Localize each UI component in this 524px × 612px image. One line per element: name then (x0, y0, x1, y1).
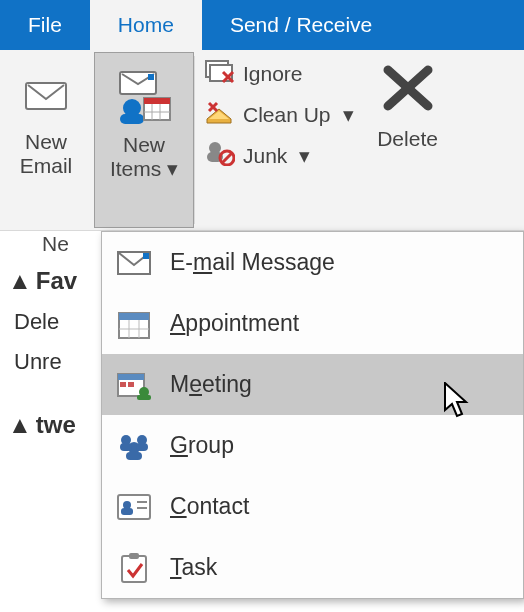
menu-item-meeting[interactable]: Meeting (102, 354, 523, 415)
svg-rect-32 (118, 374, 144, 380)
new-email-icon (22, 60, 70, 130)
tab-home[interactable]: Home (90, 0, 202, 50)
tab-file[interactable]: File (0, 0, 90, 50)
svg-line-21 (222, 153, 232, 163)
svg-rect-25 (143, 253, 149, 259)
svg-rect-36 (137, 395, 151, 400)
delete-actions-group: Ignore Clean Up ▾ Junk ▾ (195, 50, 364, 230)
ribbon-tabs: File Home Send / Receive (0, 0, 524, 50)
menu-label: Group (170, 432, 234, 459)
menu-label: Contact (170, 493, 249, 520)
account-header[interactable]: ▲ twe (8, 411, 97, 439)
cleanup-button[interactable]: Clean Up ▾ (199, 97, 360, 132)
svg-rect-6 (144, 98, 170, 104)
menu-label: Meeting (170, 371, 252, 398)
svg-rect-40 (120, 443, 132, 451)
new-email-button[interactable]: New Email (0, 50, 92, 230)
svg-rect-27 (119, 313, 149, 320)
svg-rect-49 (129, 553, 139, 559)
favorites-header[interactable]: ▲ Fav (8, 267, 97, 295)
ignore-label: Ignore (243, 62, 303, 86)
dropdown-caret-icon: ▾ (299, 144, 310, 168)
menu-label: Task (170, 554, 217, 581)
task-icon (116, 550, 152, 586)
group-icon (116, 428, 152, 464)
svg-rect-41 (136, 443, 148, 451)
folder-nav: ▲ Fav Dele Unre ▲ twe (0, 231, 105, 445)
new-items-dropdown: E-mail Message Appointment Meeting Group… (101, 231, 524, 599)
svg-rect-42 (126, 452, 142, 460)
menu-label: E-mail Message (170, 249, 335, 276)
cleanup-label: Clean Up (243, 103, 331, 127)
menu-item-email-message[interactable]: E-mail Message (102, 232, 523, 293)
new-items-icon (114, 63, 174, 133)
tab-send-receive[interactable]: Send / Receive (202, 0, 400, 50)
new-items-button[interactable]: New Items ▾ (94, 52, 194, 228)
svg-rect-33 (120, 382, 126, 387)
dropdown-caret-icon: ▾ (343, 103, 354, 127)
contact-icon (116, 489, 152, 525)
ignore-button[interactable]: Ignore (199, 56, 360, 91)
svg-point-44 (123, 501, 131, 509)
new-items-label-2: Items ▾ (110, 157, 178, 181)
ribbon: New Email New Items ▾ Ignore Clean Up ▾ … (0, 50, 524, 231)
delete-label: Delete (377, 127, 438, 151)
appointment-icon (116, 306, 152, 342)
dropdown-caret-icon: ▾ (167, 157, 178, 180)
ignore-icon (205, 58, 235, 89)
svg-rect-2 (148, 74, 154, 80)
svg-rect-4 (120, 114, 144, 124)
nav-item-unread[interactable]: Unre (14, 349, 95, 375)
junk-label: Junk (243, 144, 287, 168)
menu-item-contact[interactable]: Contact (102, 476, 523, 537)
junk-button[interactable]: Junk ▾ (199, 138, 360, 173)
svg-rect-45 (121, 508, 133, 515)
menu-label: Appointment (170, 310, 299, 337)
new-email-label-1: New (25, 130, 67, 154)
nav-item-deleted[interactable]: Dele (14, 309, 95, 335)
cleanup-icon (205, 99, 235, 130)
menu-item-task[interactable]: Task (102, 537, 523, 598)
menu-item-group[interactable]: Group (102, 415, 523, 476)
delete-icon (376, 58, 440, 123)
email-message-icon (116, 245, 152, 281)
svg-rect-34 (128, 382, 134, 387)
menu-item-appointment[interactable]: Appointment (102, 293, 523, 354)
junk-icon (205, 140, 235, 171)
delete-button[interactable]: Delete (364, 50, 452, 230)
new-email-label-2: Email (20, 154, 73, 178)
meeting-icon (116, 367, 152, 403)
new-items-label-1: New (123, 133, 165, 157)
svg-rect-48 (122, 556, 146, 582)
